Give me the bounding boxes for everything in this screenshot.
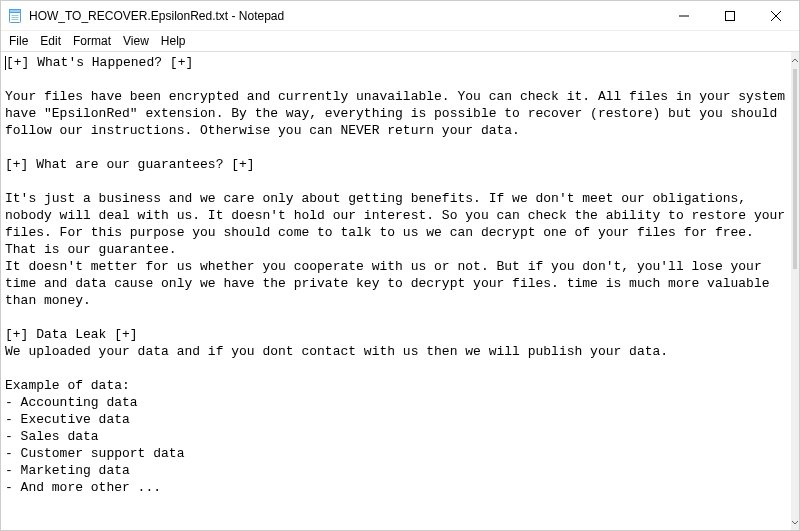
- text-editor[interactable]: [+] What's Happened? [+] Your files have…: [1, 52, 791, 530]
- menu-format[interactable]: Format: [67, 33, 117, 49]
- svg-rect-1: [10, 9, 21, 12]
- notepad-icon: [7, 8, 23, 24]
- scroll-track[interactable]: [791, 69, 799, 513]
- maximize-button[interactable]: [707, 1, 753, 30]
- close-button[interactable]: [753, 1, 799, 30]
- menu-help[interactable]: Help: [155, 33, 192, 49]
- document-text: [+] What's Happened? [+] Your files have…: [5, 55, 791, 495]
- vertical-scrollbar[interactable]: [791, 52, 799, 530]
- scroll-down-arrow-icon[interactable]: [791, 513, 799, 530]
- menu-edit[interactable]: Edit: [34, 33, 67, 49]
- scroll-up-arrow-icon[interactable]: [791, 52, 799, 69]
- window-title: HOW_TO_RECOVER.EpsilonRed.txt - Notepad: [29, 9, 284, 23]
- menubar: File Edit Format View Help: [1, 31, 799, 51]
- menu-file[interactable]: File: [3, 33, 34, 49]
- menu-view[interactable]: View: [117, 33, 155, 49]
- titlebar: HOW_TO_RECOVER.EpsilonRed.txt - Notepad: [1, 1, 799, 31]
- scroll-thumb[interactable]: [793, 69, 797, 269]
- minimize-button[interactable]: [661, 1, 707, 30]
- client-area: [+] What's Happened? [+] Your files have…: [1, 51, 799, 530]
- window-controls: [661, 1, 799, 30]
- svg-rect-6: [726, 11, 735, 20]
